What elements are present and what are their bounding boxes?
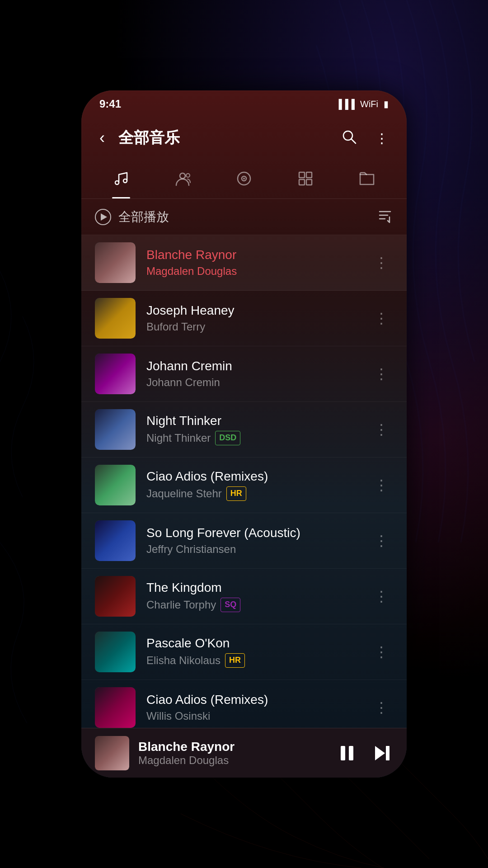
now-playing-controls — [336, 742, 393, 764]
more-menu-button[interactable]: ⋮ — [371, 126, 393, 151]
sort-button[interactable] — [377, 207, 393, 226]
song-artist: Elisha Nikolaus HR — [146, 653, 359, 667]
song-artist: Charlie Torphy SQ — [146, 598, 359, 612]
list-item[interactable]: Ciao Adios (Remixes) Willis Osinski ⋮ — [81, 680, 407, 728]
song-artist: Magdalen Douglas — [146, 265, 359, 278]
now-playing-info: Blanche Raynor Magdalen Douglas — [138, 740, 327, 767]
song-title: Ciao Adios (Remixes) — [146, 469, 359, 484]
song-thumbnail — [95, 465, 136, 505]
play-circle-icon — [95, 209, 111, 225]
quality-badge: DSD — [215, 431, 240, 445]
song-title: The Kingdom — [146, 580, 359, 595]
tab-artists[interactable] — [152, 158, 213, 198]
song-title: So Long Forever (Acoustic) — [146, 526, 359, 540]
svg-point-4 — [180, 173, 185, 179]
play-all-bar: 全部播放 — [81, 199, 407, 235]
svg-line-1 — [351, 139, 356, 143]
now-playing-bar[interactable]: Blanche Raynor Magdalen Douglas — [81, 728, 407, 778]
signal-icon: ▐▐▐ — [336, 99, 355, 109]
song-thumbnail — [95, 409, 136, 450]
tab-playlist[interactable] — [275, 158, 336, 198]
song-info: Night Thinker Night Thinker DSD — [146, 414, 359, 445]
song-info: Ciao Adios (Remixes) Willis Osinski — [146, 693, 359, 722]
svg-rect-11 — [299, 179, 305, 185]
song-info: Johann Cremin Johann Cremin — [146, 359, 359, 389]
song-more-button[interactable]: ⋮ — [370, 416, 393, 443]
svg-point-5 — [186, 174, 190, 177]
song-info: The Kingdom Charlie Torphy SQ — [146, 580, 359, 612]
song-title: Night Thinker — [146, 414, 359, 428]
song-artist: Jeffry Christiansen — [146, 543, 359, 556]
list-item[interactable]: Night Thinker Night Thinker DSD ⋮ — [81, 402, 407, 458]
quality-badge: SQ — [221, 598, 240, 612]
list-item[interactable]: So Long Forever (Acoustic) Jeffry Christ… — [81, 513, 407, 569]
quality-badge: HR — [225, 653, 245, 667]
list-item[interactable]: Johann Cremin Johann Cremin ⋮ — [81, 346, 407, 402]
svg-point-3 — [123, 179, 127, 183]
tab-folders[interactable] — [336, 158, 398, 198]
svg-marker-18 — [375, 746, 385, 760]
song-thumbnail — [95, 354, 136, 394]
song-thumbnail — [95, 576, 136, 617]
back-button[interactable]: ‹ — [95, 124, 109, 152]
list-item[interactable]: Ciao Adios (Remixes) Jaqueline Stehr HR … — [81, 458, 407, 513]
song-title: Pascale O'Kon — [146, 636, 359, 651]
play-all-label: 全部播放 — [118, 208, 169, 226]
next-button[interactable] — [371, 742, 393, 764]
page-title: 全部音乐 — [118, 127, 327, 148]
list-item[interactable]: Pascale O'Kon Elisha Nikolaus HR ⋮ — [81, 624, 407, 680]
song-more-button[interactable]: ⋮ — [370, 361, 393, 387]
song-more-button[interactable]: ⋮ — [370, 472, 393, 498]
song-thumbnail — [95, 687, 136, 728]
battery-icon: ▮ — [384, 99, 389, 109]
song-more-button[interactable]: ⋮ — [370, 583, 393, 609]
song-info: So Long Forever (Acoustic) Jeffry Christ… — [146, 526, 359, 556]
search-button[interactable] — [336, 124, 361, 152]
tab-albums[interactable] — [213, 158, 275, 198]
song-artist: Johann Cremin — [146, 376, 359, 389]
song-thumbnail — [95, 520, 136, 561]
svg-point-2 — [115, 181, 119, 184]
song-title: Joseph Heaney — [146, 303, 359, 318]
song-title: Johann Cremin — [146, 359, 359, 373]
phone-frame: 9:41 ▐▐▐ WiFi ▮ ‹ 全部音乐 ⋮ — [81, 90, 407, 778]
now-playing-artist: Magdalen Douglas — [138, 754, 327, 767]
song-info: Ciao Adios (Remixes) Jaqueline Stehr HR — [146, 469, 359, 500]
now-playing-thumbnail — [95, 736, 129, 770]
song-info: Pascale O'Kon Elisha Nikolaus HR — [146, 636, 359, 667]
song-more-button[interactable]: ⋮ — [370, 250, 393, 276]
song-artist: Jaqueline Stehr HR — [146, 486, 359, 500]
svg-rect-10 — [306, 172, 312, 178]
list-item[interactable]: The Kingdom Charlie Torphy SQ ⋮ — [81, 569, 407, 624]
song-title: Blanche Raynor — [146, 248, 359, 262]
song-thumbnail — [95, 298, 136, 339]
song-more-button[interactable]: ⋮ — [370, 639, 393, 665]
song-more-button[interactable]: ⋮ — [370, 694, 393, 721]
song-artist: Night Thinker DSD — [146, 431, 359, 445]
status-icons: ▐▐▐ WiFi ▮ — [336, 99, 389, 109]
play-all-button[interactable]: 全部播放 — [95, 208, 169, 226]
song-title: Ciao Adios (Remixes) — [146, 693, 359, 707]
song-list: Blanche Raynor Magdalen Douglas ⋮ Joseph… — [81, 235, 407, 728]
song-more-button[interactable]: ⋮ — [370, 528, 393, 554]
wifi-icon: WiFi — [360, 99, 378, 109]
pause-button[interactable] — [336, 742, 358, 764]
app-content: 9:41 ▐▐▐ WiFi ▮ ‹ 全部音乐 ⋮ — [81, 90, 407, 778]
tab-bar — [81, 158, 407, 199]
status-time: 9:41 — [99, 98, 121, 110]
svg-rect-16 — [341, 746, 345, 760]
svg-rect-19 — [386, 746, 389, 760]
song-info: Joseph Heaney Buford Terry — [146, 303, 359, 333]
svg-rect-17 — [349, 746, 353, 760]
song-thumbnail — [95, 242, 136, 283]
list-item[interactable]: Joseph Heaney Buford Terry ⋮ — [81, 291, 407, 346]
tab-songs[interactable] — [90, 158, 152, 198]
list-item[interactable]: Blanche Raynor Magdalen Douglas ⋮ — [81, 235, 407, 291]
song-thumbnail — [95, 632, 136, 672]
song-artist: Willis Osinski — [146, 710, 359, 722]
svg-point-8 — [243, 178, 245, 179]
song-info: Blanche Raynor Magdalen Douglas — [146, 248, 359, 278]
status-bar: 9:41 ▐▐▐ WiFi ▮ — [81, 90, 407, 118]
song-more-button[interactable]: ⋮ — [370, 305, 393, 331]
song-artist: Buford Terry — [146, 321, 359, 333]
